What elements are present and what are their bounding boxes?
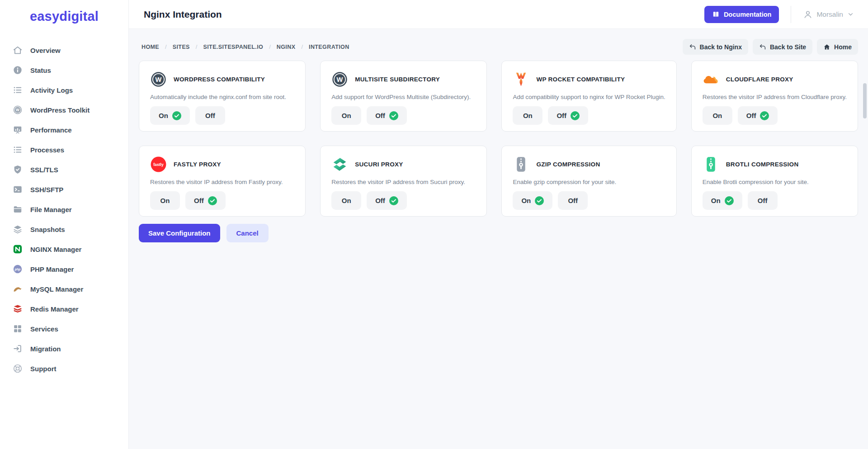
brand-logo[interactable]: easydigital: [0, 0, 128, 28]
sidebar-item-mysql-manager[interactable]: MySQL Manager: [0, 279, 128, 299]
button-label: Home: [834, 43, 852, 51]
wordpress-icon: W: [150, 71, 167, 88]
sidebar-item-redis-manager[interactable]: Redis Manager: [0, 299, 128, 319]
brotli-compression-off-button[interactable]: Off: [748, 191, 778, 210]
cards-grid: WWORDPRESS COMPATIBILITYAutomatically in…: [139, 61, 858, 217]
sidebar-item-label: NGINX Manager: [30, 246, 81, 253]
card-description: Restores the visitor IP address from Clo…: [703, 94, 847, 100]
sidebar-item-ssh-sftp[interactable]: SSH/SFTP: [0, 180, 128, 199]
check-circle-icon: [725, 196, 734, 205]
sidebar-item-performance[interactable]: Performance: [0, 120, 128, 140]
breadcrumb-item-sites[interactable]: SITES: [173, 44, 190, 50]
sidebar-item-overview[interactable]: Overview: [0, 40, 128, 60]
mysql-icon: [13, 284, 23, 294]
check-circle-icon: [535, 196, 544, 205]
sidebar-item-services[interactable]: Services: [0, 319, 128, 339]
sidebar-item-php-manager[interactable]: phpPHP Manager: [0, 259, 128, 279]
back-to-nginx-button[interactable]: Back to Nginx: [683, 39, 748, 55]
wp-rocket-compatibility-on-button[interactable]: On: [513, 106, 542, 125]
multisite-subdirectory-off-button[interactable]: Off: [367, 106, 407, 125]
php-icon: php: [13, 264, 23, 274]
check-circle-icon: [172, 111, 181, 120]
documentation-button[interactable]: Documentation: [704, 6, 779, 23]
sidebar-item-label: MySQL Manager: [30, 285, 83, 293]
check-circle-icon: [389, 111, 398, 120]
home-dark-icon: [823, 43, 830, 51]
back-to-site-button[interactable]: Back to Site: [753, 39, 812, 55]
sucuri-proxy-on-button[interactable]: On: [331, 191, 361, 210]
off-label: Off: [746, 112, 756, 119]
breadcrumb-item-home[interactable]: HOME: [142, 44, 159, 50]
sidebar-item-label: WordPress Toolkit: [30, 106, 90, 114]
layers-icon: [13, 224, 23, 234]
off-label: Off: [375, 197, 385, 204]
back-arrow-icon: [759, 43, 766, 51]
nginx-icon: [13, 244, 23, 254]
folder-icon: [13, 204, 23, 214]
migration-icon: [13, 344, 23, 354]
sidebar-item-label: Performance: [30, 126, 72, 134]
sidebar-item-label: SSL/TLS: [30, 166, 58, 174]
card-description: Restores the visitor IP address from Fas…: [150, 179, 294, 185]
gzip-compression-off-button[interactable]: Off: [558, 191, 588, 210]
svg-text:php: php: [14, 268, 21, 271]
sidebar-item-label: Status: [30, 66, 51, 74]
wordpress-compatibility-on-button[interactable]: On: [150, 106, 190, 125]
sidebar-item-activity-logs[interactable]: Activity Logs: [0, 80, 128, 100]
sucuri-proxy-off-button[interactable]: Off: [367, 191, 407, 210]
cancel-button[interactable]: Cancel: [226, 224, 269, 242]
card-description: Add compatibility support to nginx for W…: [513, 94, 665, 100]
multisite-subdirectory-on-button[interactable]: On: [331, 106, 361, 125]
off-label: Off: [758, 197, 768, 204]
card-wordpress-compatibility: WWORDPRESS COMPATIBILITYAutomatically in…: [139, 61, 306, 132]
sidebar-item-label: Activity Logs: [30, 86, 73, 94]
fastly-proxy-on-button[interactable]: On: [150, 191, 180, 210]
toggle-group: OnOff: [703, 106, 847, 125]
gzip-compression-on-button[interactable]: On: [513, 191, 552, 210]
gzip-icon: [513, 156, 529, 173]
breadcrumb-item-site-sitespanel-io[interactable]: SITE.SITESPANEL.IO: [203, 44, 263, 50]
sidebar-item-status[interactable]: Status: [0, 60, 128, 80]
brotli-compression-on-button[interactable]: On: [703, 191, 742, 210]
toggle-group: OnOff: [331, 191, 476, 210]
sidebar-item-snapshots[interactable]: Snapshots: [0, 219, 128, 239]
breadcrumb-separator: /: [301, 43, 303, 50]
home-button[interactable]: Home: [817, 39, 858, 55]
sidebar-item-wordpress-toolkit[interactable]: WWordPress Toolkit: [0, 100, 128, 120]
book-icon: [712, 10, 720, 18]
off-label: Off: [568, 197, 578, 204]
off-label: Off: [375, 112, 385, 119]
sidebar-item-processes[interactable]: Processes: [0, 140, 128, 160]
cloudflare-proxy-on-button[interactable]: On: [703, 106, 732, 125]
card-title: GZIP COMPRESSION: [536, 161, 600, 168]
cloudflare-proxy-off-button[interactable]: Off: [738, 106, 778, 125]
wp-rocket-compatibility-off-button[interactable]: Off: [548, 106, 588, 125]
breadcrumb-separator: /: [269, 43, 271, 50]
fastly-proxy-off-button[interactable]: Off: [185, 191, 226, 210]
sidebar-item-migration[interactable]: Migration: [0, 339, 128, 359]
sucuri-icon: [331, 156, 348, 173]
terminal-icon: [13, 184, 23, 194]
chevron-down-icon: [847, 10, 854, 18]
wp-rocket-icon: [513, 71, 529, 88]
sidebar-item-file-manager[interactable]: File Manager: [0, 199, 128, 219]
check-circle-icon: [208, 196, 217, 205]
breadcrumb-item-nginx[interactable]: NGINX: [277, 44, 296, 50]
toggle-group: OnOff: [513, 106, 665, 125]
breadcrumb-separator: /: [165, 43, 167, 50]
sidebar-item-label: Snapshots: [30, 226, 65, 233]
top-bar: Nginx Integration Documentation Morsalin: [129, 0, 868, 29]
wordpress-compatibility-off-button[interactable]: Off: [195, 106, 225, 125]
card-multisite-subdirectory: WMULTISITE SUBDIRECTORYAdd support for W…: [320, 61, 487, 132]
sidebar-item-support[interactable]: Support: [0, 359, 128, 378]
sidebar-item-nginx-manager[interactable]: NGINX Manager: [0, 239, 128, 259]
back-arrow-icon: [689, 43, 696, 51]
scrollbar-thumb[interactable]: [863, 83, 867, 118]
on-label: On: [711, 197, 721, 204]
toggle-group: OnOff: [150, 191, 294, 210]
toggle-group: OnOff: [513, 191, 665, 210]
user-menu[interactable]: Morsalin: [803, 9, 854, 19]
save-configuration-button[interactable]: Save Configuration: [139, 224, 220, 242]
sidebar-item-ssl-tls[interactable]: SSL/TLS: [0, 160, 128, 180]
off-label: Off: [205, 112, 215, 119]
